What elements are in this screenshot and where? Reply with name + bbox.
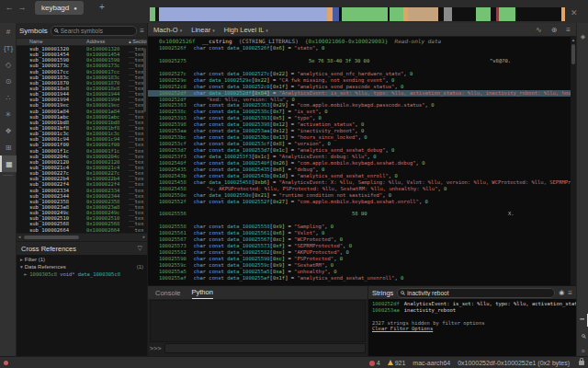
- symbols-horizontal-scrollbar[interactable]: ◂▸: [17, 233, 147, 240]
- types-icon[interactable]: {T}: [0, 40, 17, 56]
- feature-map-segment[interactable]: [159, 7, 327, 21]
- column-section[interactable]: ▴ Sectio: [129, 39, 147, 45]
- code-line[interactable]: 1000253f3char data_1000253f3[0x1c] = "An…: [148, 154, 576, 160]
- tab-label: keybagd: [41, 4, 69, 12]
- code-line[interactable]: 100025363char const data_100025363[0x29]…: [148, 102, 576, 109]
- hex-line[interactable]: 10002555658 00X.: [148, 211, 576, 217]
- code-line[interactable]: 100025561char const data_100025561[0x6] …: [148, 230, 576, 236]
- code-line[interactable]: 1000252df"ked: %llu, version: %llu", 0: [148, 97, 576, 103]
- variables-icon[interactable]: ⊙: [0, 73, 17, 89]
- xrefs-group-row[interactable]: ▾Data References (1): [17, 263, 147, 270]
- layout-dropdown[interactable]: Linear ▾: [191, 26, 214, 34]
- feature-map-segment[interactable]: [408, 7, 438, 21]
- memory-layers-icon[interactable]: ◈: [577, 30, 588, 43]
- code-line[interactable]: 100025458"u, AKPUProtected: %llu, PSProt…: [148, 186, 576, 192]
- symbols-vertical-scrollbar[interactable]: [143, 48, 146, 112]
- binary-view-dropdown[interactable]: Mach-O ▾: [153, 26, 182, 34]
- code-line[interactable]: 10002552fchar const data_10002552f[0x27]…: [148, 199, 576, 205]
- code-line[interactable]: 1000253cfchar const data_1000253cf[0x8] …: [148, 141, 576, 147]
- code-line[interactable]: 1000253aachar const data_1000253aa[0x12]…: [148, 128, 576, 134]
- stack-icon[interactable]: ∴: [0, 89, 17, 106]
- xrefs-icon[interactable]: #: [0, 23, 17, 40]
- tab-python[interactable]: Python: [192, 286, 213, 299]
- code-line[interactable]: 10002526fchar const data_10002526f[0x6] …: [148, 45, 576, 52]
- xrefs-filter-row[interactable]: ▸Filter (1): [17, 256, 147, 263]
- code-line[interactable]: 1000255a5char const data_1000255a5[0xa] …: [148, 269, 576, 275]
- code-line[interactable]: 100025573char const data_100025573[0xf] …: [148, 243, 576, 249]
- code-line[interactable]: 1000252c0char const data_1000252c0[0x1f]…: [148, 84, 576, 90]
- tab-modified-dot[interactable]: ●: [74, 6, 77, 11]
- feature-map-segment[interactable]: [342, 7, 387, 21]
- feature-map-segment[interactable]: [444, 7, 452, 21]
- link-icon[interactable]: ∿: [536, 26, 542, 34]
- debugger-icon[interactable]: ❖: [0, 122, 17, 139]
- tab-console[interactable]: Console: [155, 286, 181, 299]
- tags-icon[interactable]: ◇: [0, 56, 17, 73]
- code-line[interactable]: 1000253d7char const data_1000253d7[0x1c]…: [148, 147, 576, 154]
- view-menu-icon[interactable]: ≡: [566, 26, 571, 34]
- memory-map-icon[interactable]: ▦: [0, 155, 17, 172]
- hex-line[interactable]: 1000252755e 76 38-40 3f 30 00^v8@?0.: [148, 58, 576, 64]
- python-console-output[interactable]: [150, 300, 366, 342]
- find-icon[interactable]: [577, 329, 588, 342]
- column-address[interactable]: Address: [86, 39, 129, 45]
- lock-icon[interactable]: [579, 361, 584, 365]
- feature-map-segment[interactable]: [515, 7, 560, 21]
- string-result-row[interactable]: 1000253aainactivity_reboot: [372, 307, 576, 314]
- code-line[interactable]: 100025590char const data_100025590[0xc] …: [148, 256, 576, 262]
- code-line[interactable]: 10002540fchar const data_10002540f[0x26]…: [148, 160, 576, 167]
- code-line[interactable]: 100025398char const data_100025398[0x12]…: [148, 121, 576, 128]
- python-input[interactable]: [164, 343, 366, 353]
- code-line[interactable]: 1000255afchar const data_1000255af[0x1f]…: [148, 275, 576, 282]
- feature-map-segment[interactable]: [499, 7, 516, 21]
- xref-item[interactable]: ⇤ 1000305c8 void* data_1000305c8: [17, 270, 147, 278]
- il-level-dropdown[interactable]: High Level IL ▾: [224, 26, 268, 34]
- code-line[interactable]: 10002527cchar const data_10002527c[0x22]…: [148, 71, 576, 77]
- strings-panel-icon[interactable]: ””: [577, 314, 588, 327]
- mini-graph-icon[interactable]: ✳: [0, 106, 17, 122]
- feature-map-segment[interactable]: [333, 7, 339, 21]
- code-line[interactable]: 10002543bchar const data_10002543b[0x1d]…: [148, 173, 576, 179]
- feature-map-close-icon[interactable]: ✕: [571, 8, 578, 17]
- sync-icon[interactable]: ⊕: [551, 26, 558, 34]
- feature-map-segment[interactable]: [476, 7, 491, 21]
- new-tab-button[interactable]: +: [99, 2, 105, 12]
- error-count[interactable]: 4: [369, 360, 380, 366]
- warning-count[interactable]: 921: [388, 360, 406, 366]
- symbols-column-headers[interactable]: Name Address ▴ Sectio: [17, 38, 147, 46]
- symbols-panel: Symbols Search symbols ≡ Name Address ▴ …: [17, 23, 147, 241]
- code-line[interactable]: 100025435char const data_100025435[0x6] …: [148, 167, 576, 173]
- code-line[interactable]: 100025582char const data_100025582[0xe] …: [148, 249, 576, 256]
- symbols-menu-icon[interactable]: ≡: [140, 27, 144, 35]
- code-line[interactable]: 100025393char const data_100025393[0x5] …: [148, 115, 576, 121]
- regex-toggle-icon[interactable]: ◉: [559, 289, 564, 296]
- tab-keybagd[interactable]: keybagd ●: [35, 1, 84, 15]
- column-name[interactable]: Name: [29, 39, 86, 45]
- feature-map[interactable]: [150, 7, 565, 21]
- string-result-row[interactable]: 1000252dfAnalyticsEvent: is_set: %llu, t…: [372, 301, 576, 307]
- call-graph-icon[interactable]: ⊞: [0, 139, 17, 155]
- symbols-search-input[interactable]: Search symbols: [51, 26, 138, 36]
- code-line[interactable]: 10002559cchar const data_10002559c[0x9] …: [148, 262, 576, 269]
- code-line[interactable]: 10002550echar data_10002550e[0x21] = "ru…: [148, 192, 576, 199]
- filter-icon[interactable]: ▽: [138, 245, 142, 252]
- code-line[interactable]: 1000253bcchar const data_1000253bc[0x13]…: [148, 134, 576, 141]
- code-line[interactable]: 10002529echar data_10002529e[0x22] = "CA…: [148, 77, 576, 84]
- code-line[interactable]: 100025567char const data_100025567[0xc] …: [148, 236, 576, 243]
- feature-map-segment[interactable]: [452, 7, 476, 21]
- strings-results[interactable]: 1000252dfAnalyticsEvent: is_set: %llu, t…: [368, 299, 576, 331]
- code-line[interactable]: 100025558char const data_100025558[0x9] …: [148, 224, 576, 230]
- feature-map-segment[interactable]: [390, 7, 403, 21]
- back-arrow-icon[interactable]: ←: [4, 3, 15, 12]
- code-line[interactable]: 10002538cchar const data_10002538c[0x7] …: [148, 109, 576, 115]
- strings-search-input[interactable]: inactivity reboot: [397, 288, 555, 298]
- feature-map-segment[interactable]: [561, 7, 565, 21]
- log-icon[interactable]: ≡: [577, 344, 588, 357]
- forward-arrow-icon[interactable]: →: [17, 3, 28, 12]
- code-line[interactable]: 1000252dfchar data_1000252df[0x84] = "An…: [148, 90, 576, 97]
- code-line[interactable]: 100025458char data_100025458[0xb6] = "An…: [148, 179, 576, 186]
- disassembly-text[interactable]: 10002526fchar const data_10002526f[0x6] …: [148, 45, 576, 282]
- symbols-list[interactable]: sub_1000013200x100001320__texsub_1000014…: [17, 46, 147, 233]
- clear-filter-link[interactable]: Clear Filter Options: [372, 326, 576, 331]
- strings-menu-icon[interactable]: ≡: [568, 289, 572, 297]
